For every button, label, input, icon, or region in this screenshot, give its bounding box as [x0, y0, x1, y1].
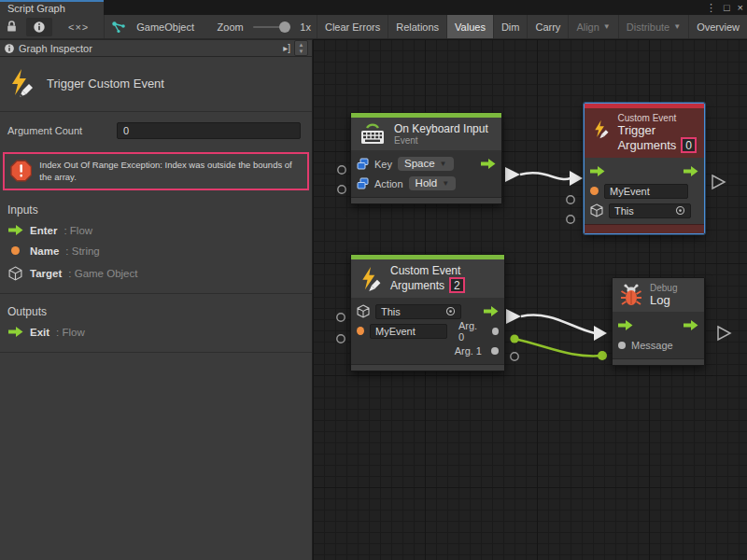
menu-icon[interactable]: ⋮	[706, 2, 716, 14]
keyboard-event-icon	[359, 122, 387, 146]
gameobject-cube-icon[interactable]	[357, 304, 370, 318]
lock-icon[interactable]	[0, 18, 23, 36]
key-input-icon	[357, 158, 369, 170]
code-view-icon[interactable]: <×>	[55, 21, 102, 33]
node-on-keyboard-input[interactable]: On Keyboard Input Event Key Space▼	[350, 112, 502, 204]
align-button[interactable]: Align▼	[568, 15, 617, 39]
object-picker-icon[interactable]	[675, 205, 685, 216]
key-label: Key	[374, 159, 392, 170]
flow-arrow-icon	[7, 225, 23, 235]
node-category: Debug	[650, 283, 677, 293]
flow-wire	[520, 173, 571, 179]
string-port[interactable]	[590, 187, 599, 195]
carry-button[interactable]: Carry	[527, 15, 568, 39]
input-row-enter: Enter : Flow	[0, 220, 312, 241]
string-port-icon	[7, 246, 23, 255]
close-icon[interactable]: ×	[738, 2, 743, 13]
target-field[interactable]: This	[375, 304, 461, 319]
node-title: Log	[650, 293, 677, 307]
value-wire-dot	[598, 351, 607, 360]
outputs-header: Outputs	[0, 296, 312, 322]
key-dropdown[interactable]: Space▼	[398, 157, 454, 171]
flow-out-triangle	[718, 327, 730, 340]
port-circle	[567, 216, 574, 223]
flow-wire	[521, 315, 595, 333]
inputs-header: Inputs	[0, 194, 312, 220]
zoom-slider[interactable]	[253, 15, 291, 39]
event-name-field[interactable]: MyEvent	[604, 184, 688, 199]
flow-out-port[interactable]	[684, 166, 698, 176]
flow-wire-start	[505, 167, 520, 182]
arguments-label: Arguments	[390, 279, 444, 292]
flow-in-port[interactable]	[618, 320, 633, 330]
graph-inspector-header: Graph Inspector ▸] ▲ ▼	[0, 39, 312, 57]
overview-button[interactable]: Overview	[688, 15, 747, 39]
arguments-label: Arguments	[617, 138, 676, 152]
port-circle	[511, 353, 518, 360]
argument-count-input[interactable]	[117, 122, 301, 139]
error-icon	[10, 159, 32, 183]
object-picker-icon[interactable]	[445, 306, 456, 316]
custom-event-icon	[592, 117, 610, 142]
flow-wire-start	[506, 309, 521, 324]
info-icon	[33, 21, 46, 34]
node-debug-log[interactable]: Debug Log Message	[612, 277, 705, 366]
distribute-button[interactable]: Distribute▼	[618, 15, 688, 39]
chevron-down-icon: ▼	[440, 160, 447, 168]
zoom-slider-handle[interactable]	[279, 21, 290, 33]
dock-panel-icon[interactable]: ▸]	[279, 43, 294, 53]
values-button[interactable]: Values	[446, 15, 493, 39]
action-dropdown[interactable]: Hold▼	[409, 176, 457, 190]
flow-wire-arrowhead	[594, 326, 607, 341]
node-title: Custom Event	[390, 264, 465, 277]
message-port[interactable]	[618, 342, 626, 349]
arguments-count-badge: 0	[681, 137, 697, 153]
page-title: Trigger Custom Event	[47, 77, 164, 91]
argument-count-row: Argument Count	[0, 112, 312, 148]
arg1-port[interactable]	[491, 347, 499, 355]
graph-canvas[interactable]: On Keyboard Input Event Key Space▼	[313, 39, 747, 560]
input-row-name: Name : String	[0, 241, 312, 261]
custom-event-icon	[359, 266, 383, 292]
panel-spinner[interactable]: ▲ ▼	[294, 40, 308, 56]
clear-errors-button[interactable]: Clear Errors	[317, 15, 388, 39]
flow-out-port[interactable]	[684, 320, 698, 330]
flow-out-triangle	[712, 175, 725, 189]
relations-button[interactable]: Relations	[388, 15, 446, 39]
spinner-up-icon[interactable]: ▲	[299, 42, 304, 49]
spinner-down-icon[interactable]: ▼	[299, 49, 304, 55]
custom-event-icon	[7, 68, 35, 98]
flow-in-port[interactable]	[590, 166, 605, 176]
zoom-value: 1x	[294, 21, 317, 33]
target-field[interactable]: This	[609, 203, 691, 218]
input-row-target: Target : Game Object	[0, 261, 312, 286]
value-wire	[514, 339, 602, 356]
event-name-field[interactable]: MyEvent	[370, 324, 447, 339]
inspector-toggle-button[interactable]	[26, 18, 52, 36]
node-custom-event[interactable]: Custom Event Arguments 2 This	[350, 254, 505, 371]
maximize-icon[interactable]: □	[724, 2, 730, 13]
error-message-box: Index Out Of Range Exception: Index was …	[3, 152, 309, 190]
info-icon	[4, 43, 15, 54]
arg0-label: Arg. 0	[458, 320, 483, 343]
gameobject-cube-icon[interactable]	[590, 203, 603, 217]
tab-script-graph[interactable]: Script Graph	[0, 0, 104, 15]
gameobject-label[interactable]: GameObject	[131, 21, 200, 33]
bug-icon	[620, 283, 642, 307]
flow-arrow-icon	[7, 327, 23, 337]
action-label: Action	[374, 178, 403, 189]
node-trigger-custom-event[interactable]: Custom Event Trigger Arguments 0 MyEvent	[584, 103, 705, 234]
flow-out-port[interactable]	[481, 159, 496, 169]
graph-gameobject-icon	[106, 18, 131, 36]
port-circle	[337, 314, 345, 321]
node-title: Trigger	[617, 123, 697, 137]
string-port[interactable]	[357, 327, 364, 335]
dim-button[interactable]: Dim	[493, 15, 528, 39]
error-message-text: Index Out Of Range Exception: Index was …	[39, 159, 302, 184]
window-controls: ⋮ □ ×	[706, 0, 743, 15]
chevron-down-icon: ▼	[442, 179, 449, 188]
message-label: Message	[631, 340, 673, 351]
flow-out-port[interactable]	[484, 306, 499, 316]
arg0-port[interactable]	[492, 328, 499, 335]
tab-bar: Script Graph ⋮ □ ×	[0, 0, 747, 15]
